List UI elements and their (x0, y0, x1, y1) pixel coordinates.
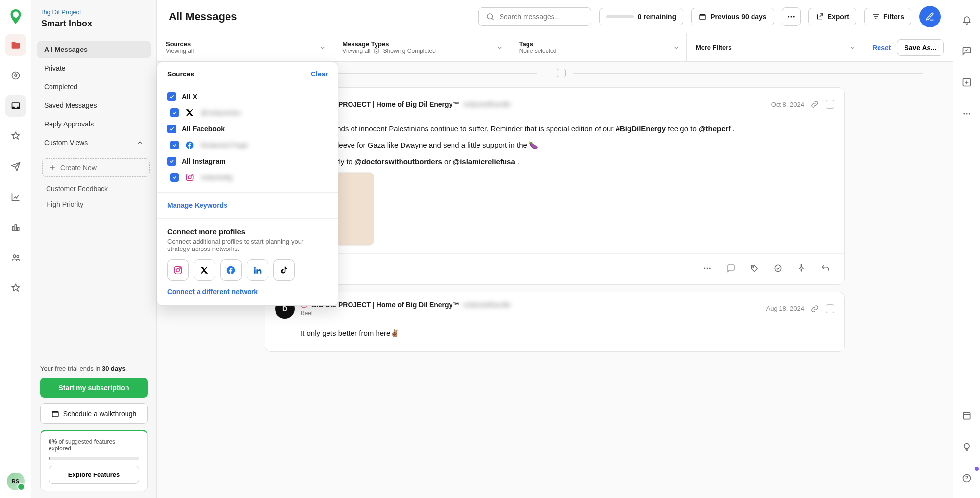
rail-reports-icon[interactable] (5, 217, 26, 238)
message-handle: redactedhandle (463, 301, 511, 309)
checkbox-checked-icon (167, 92, 176, 101)
search-box[interactable] (478, 7, 591, 26)
svg-point-18 (180, 268, 181, 269)
link-icon[interactable] (811, 305, 819, 313)
left-icon-rail: RS (0, 0, 31, 498)
chevron-down-icon (319, 44, 326, 51)
select-message-checkbox[interactable] (826, 304, 834, 313)
filter-row: Sources Viewing all Message Types Viewin… (157, 33, 953, 62)
connect-facebook-button[interactable] (220, 259, 242, 281)
instagram-icon (185, 173, 195, 182)
app-logo (7, 8, 25, 25)
help-icon[interactable] (956, 468, 978, 489)
svg-point-17 (176, 269, 180, 272)
rail-star-icon[interactable] (5, 277, 26, 299)
filters-button[interactable]: Filters (864, 8, 911, 25)
connect-linkedin-button[interactable] (247, 259, 268, 281)
progress-track (49, 457, 139, 460)
svg-point-25 (775, 265, 781, 272)
checkbox-instagram-account[interactable]: redactedig (167, 173, 328, 182)
workspace-title: Smart Inbox (41, 19, 147, 29)
clear-link[interactable]: Clear (311, 70, 328, 78)
connect-different-network-link[interactable]: Connect a different network (167, 288, 258, 296)
rail-people-icon[interactable] (5, 247, 26, 269)
rail-compass-icon[interactable] (5, 65, 26, 86)
complete-icon[interactable] (769, 259, 787, 277)
filter-sources[interactable]: Sources Viewing all (157, 33, 333, 61)
nav-reply-approvals[interactable]: Reply Approvals (37, 115, 151, 133)
add-panel-icon[interactable] (956, 72, 978, 93)
rail-inbox-icon[interactable] (5, 95, 26, 117)
select-message-checkbox[interactable] (826, 100, 834, 109)
checkbox-checked-icon (167, 157, 176, 166)
save-as-button[interactable]: Save As... (897, 39, 944, 56)
checkbox-all-facebook[interactable]: All Facebook (167, 124, 328, 133)
reset-filters-link[interactable]: Reset (872, 44, 891, 51)
custom-view-customer-feedback[interactable]: Customer Feedback (35, 181, 156, 197)
explore-features-button[interactable]: Explore Features (49, 466, 139, 484)
overflow-icon[interactable] (956, 103, 978, 124)
facebook-icon (185, 140, 195, 150)
nav-saved[interactable]: Saved Messages (37, 97, 151, 114)
chevron-down-icon (849, 44, 856, 51)
nav-all-messages[interactable]: All Messages (37, 41, 151, 58)
tag-icon[interactable] (745, 259, 764, 277)
remaining-pill[interactable]: 0 remaining (599, 8, 684, 25)
message-card: D BIG DIL PROJECT | Home of Big Dil Ener… (265, 292, 845, 352)
dropdown-title: Sources (167, 70, 194, 78)
checkbox-checked-icon (170, 173, 179, 182)
select-day-checkbox[interactable] (557, 69, 566, 77)
manage-keywords-link[interactable]: Manage Keywords (167, 201, 328, 209)
nav-private[interactable]: Private (37, 59, 151, 77)
checkbox-checked-icon (167, 124, 176, 133)
checkbox-x-account[interactable]: @redactedxx (167, 108, 328, 118)
export-icon (816, 13, 824, 21)
date-range-button[interactable]: Previous 90 days (691, 8, 774, 25)
filter-message-types[interactable]: Message Types Viewing all Showing Comple… (333, 33, 510, 61)
compose-button[interactable] (919, 6, 941, 27)
checkbox-checked-icon (170, 141, 179, 149)
tasks-icon[interactable] (956, 40, 978, 62)
search-input[interactable] (500, 13, 585, 21)
nav-completed[interactable]: Completed (37, 78, 151, 96)
history-icon[interactable] (956, 405, 978, 426)
main: All Messages 0 remaining Previous 90 day… (157, 0, 953, 498)
filter-tags[interactable]: Tags None selected (510, 33, 687, 61)
checkbox-all-x[interactable]: All X (167, 92, 328, 101)
link-icon[interactable] (811, 100, 819, 108)
connect-profiles-subtitle: Connect additional profiles to start pla… (167, 238, 328, 252)
rail-folder-icon[interactable] (5, 34, 26, 56)
custom-views-label: Custom Views (44, 139, 88, 147)
notifications-icon[interactable] (956, 9, 978, 30)
start-subscription-button[interactable]: Start my subscription (40, 378, 148, 398)
sidebar: Big Dil Project Smart Inbox All Messages… (31, 0, 157, 498)
message-date: Aug 18, 2024 (766, 305, 804, 312)
nav-custom-views[interactable]: Custom Views (37, 134, 151, 151)
connect-profiles-title: Connect more profiles (167, 227, 328, 236)
rail-user-avatar[interactable]: RS (7, 473, 25, 490)
connect-tiktok-button[interactable] (273, 259, 295, 281)
filter-more[interactable]: More Filters (687, 33, 863, 61)
svg-point-5 (17, 255, 19, 257)
comment-icon[interactable] (722, 259, 740, 277)
connect-x-button[interactable] (194, 259, 215, 281)
more-menu-button[interactable] (782, 7, 801, 26)
rail-send-icon[interactable] (5, 156, 26, 177)
schedule-walkthrough-button[interactable]: Schedule a walkthrough (40, 403, 148, 424)
checkbox-facebook-page[interactable]: Redacted Page (167, 140, 328, 150)
custom-view-high-priority[interactable]: High Priority (35, 197, 156, 212)
x-icon (185, 108, 195, 118)
export-button[interactable]: Export (808, 8, 856, 25)
svg-point-31 (968, 113, 970, 115)
rail-analytics-icon[interactable] (5, 186, 26, 208)
rail-pin-icon[interactable] (5, 125, 26, 147)
tips-icon[interactable] (956, 436, 978, 458)
pin-icon[interactable] (792, 259, 811, 277)
create-new-button[interactable]: Create New (42, 158, 150, 177)
connect-instagram-button[interactable] (167, 259, 189, 281)
more-actions-icon[interactable] (698, 259, 717, 277)
checkbox-all-instagram[interactable]: All Instagram (167, 157, 328, 166)
breadcrumb[interactable]: Big Dil Project (41, 8, 81, 16)
remaining-progress (606, 15, 634, 18)
reply-icon[interactable] (816, 259, 834, 277)
